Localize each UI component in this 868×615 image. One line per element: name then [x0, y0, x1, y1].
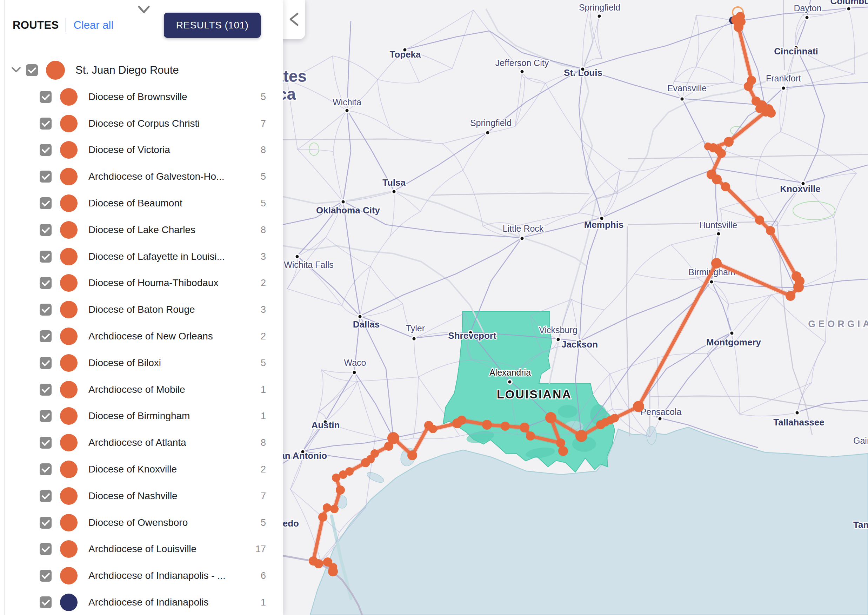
row-checkbox[interactable]	[40, 490, 51, 502]
city-dot	[346, 109, 349, 112]
row-checkbox[interactable]	[40, 304, 51, 315]
city-label: Dayton	[794, 3, 821, 13]
list-item-label: Archdiocese of Indianapolis - ...	[89, 570, 226, 581]
list-item-label: Archdiocese of Mobile	[89, 384, 185, 395]
list-item-count: 5	[242, 171, 266, 182]
results-button[interactable]: RESULTS (101)	[164, 12, 261, 38]
list-item-label: Diocese of Knoxville	[89, 464, 177, 475]
row-checkbox[interactable]	[40, 596, 51, 608]
row-checkbox[interactable]	[40, 517, 51, 529]
row-checkbox[interactable]	[40, 277, 51, 289]
route-group-expander[interactable]	[8, 63, 22, 77]
row-checkbox[interactable]	[40, 251, 51, 262]
row-checkbox[interactable]	[40, 118, 51, 130]
row-checkbox[interactable]	[40, 197, 51, 209]
list-item-count: 8	[242, 145, 266, 156]
list-item: Archdiocese of Mobile 1	[0, 376, 283, 403]
list-item-count: 8	[242, 437, 266, 448]
route-waypoint-dot	[482, 420, 492, 430]
list-item: Diocese of Lafayette in Louisi... 3	[0, 243, 283, 270]
route-waypoint-dot	[751, 97, 760, 106]
route-waypoint-dot	[345, 467, 354, 476]
city-label: Columbus	[830, 0, 868, 6]
list-item: Diocese of Birmingham 1	[0, 403, 283, 430]
panel-collapse-chevron-button[interactable]	[134, 3, 150, 16]
list-item: Diocese of Baton Rouge 3	[0, 296, 283, 323]
row-checkbox[interactable]	[40, 570, 51, 582]
list-item-count: 8	[242, 224, 266, 235]
row-checkbox[interactable]	[40, 224, 51, 236]
city-label: Knoxville	[780, 184, 821, 194]
route-waypoint-dot	[318, 512, 327, 521]
route-color-marker	[60, 540, 78, 558]
chevron-left-icon	[285, 9, 303, 29]
route-waypoint-dot	[336, 485, 345, 495]
city-label: Jackson	[561, 339, 598, 350]
row-checkbox[interactable]	[40, 464, 51, 475]
route-waypoint-dot	[556, 439, 565, 448]
list-item-label: Archdiocese of Louisville	[89, 543, 196, 555]
city-dot	[681, 98, 684, 101]
sidebar-collapse-button[interactable]	[283, 9, 301, 29]
list-item: Archdiocese of New Orleans 2	[0, 323, 283, 350]
row-checkbox[interactable]	[26, 64, 38, 76]
region-label: LOUISIANA	[497, 387, 572, 401]
route-waypoint-dot	[526, 431, 535, 440]
list-item-count: 6	[242, 570, 266, 581]
region-label: GEORGIA	[808, 319, 868, 329]
route-waypoint-dot	[371, 449, 379, 458]
list-item-label: Diocese of Victoria	[89, 144, 170, 156]
list-item-count: 1	[242, 411, 266, 421]
city-label: Tallahassee	[773, 417, 824, 428]
route-waypoint-dot	[501, 421, 510, 431]
city-dot	[520, 237, 524, 240]
row-checkbox[interactable]	[40, 437, 51, 449]
route-color-marker	[60, 381, 78, 398]
list-item-count: 1	[242, 597, 266, 608]
route-color-marker	[60, 274, 78, 292]
city-label: Shreveport	[448, 330, 496, 341]
city-label: Dallas	[353, 319, 380, 329]
city-label: Memphis	[584, 219, 624, 230]
list-item-label: Archdiocese of Indianapolis	[89, 597, 209, 608]
list-item: Diocese of Owensboro 5	[0, 509, 283, 536]
list-item-label: Archdiocese of Atlanta	[89, 437, 186, 448]
city-label: Austin	[312, 420, 340, 430]
row-checkbox[interactable]	[40, 384, 51, 396]
list-item-count: 2	[242, 464, 266, 475]
list-item: Diocese of Nashville 7	[0, 483, 283, 509]
route-color-marker	[60, 567, 78, 584]
list-item-count: 2	[242, 331, 266, 342]
city-label: Wichita	[333, 97, 362, 107]
route-color-marker	[60, 434, 78, 451]
row-checkbox[interactable]	[40, 170, 51, 183]
list-item: Diocese of Lake Charles 8	[0, 217, 283, 243]
route-color-marker	[60, 487, 78, 505]
city-label: Pensacola	[640, 407, 682, 417]
route-color-marker	[60, 141, 78, 159]
city-dot	[358, 315, 362, 318]
city-label: Springfield	[579, 2, 620, 12]
route-waypoint-dot	[707, 170, 717, 180]
list-item: Diocese of Houma-Thibodaux 2	[0, 270, 283, 297]
row-checkbox[interactable]	[40, 410, 51, 422]
list-item-count: 3	[242, 304, 266, 315]
city-label: Oklahoma City	[316, 205, 380, 215]
city-dot	[782, 87, 785, 90]
route-waypoint-dot	[721, 182, 730, 191]
row-checkbox[interactable]	[40, 543, 51, 555]
route-group-row: St. Juan Diego Route	[0, 57, 283, 84]
route-waypoint-dot	[609, 415, 617, 423]
row-checkbox[interactable]	[40, 91, 51, 103]
list-item-label: Diocese of Corpus Christi	[89, 118, 199, 129]
row-checkbox[interactable]	[40, 144, 51, 156]
clear-all-link[interactable]: Clear all	[74, 19, 114, 31]
routes-sidebar: ROUTES Clear all RESULTS (101) St. Juan …	[0, 0, 283, 615]
city-dot	[353, 371, 356, 374]
row-checkbox[interactable]	[40, 330, 51, 342]
route-waypoint-dot	[429, 425, 437, 433]
row-checkbox[interactable]	[40, 357, 51, 369]
route-waypoint-dot	[407, 450, 417, 460]
city-dot	[796, 411, 799, 415]
list-item: Diocese of Brownsville 5	[0, 84, 283, 110]
